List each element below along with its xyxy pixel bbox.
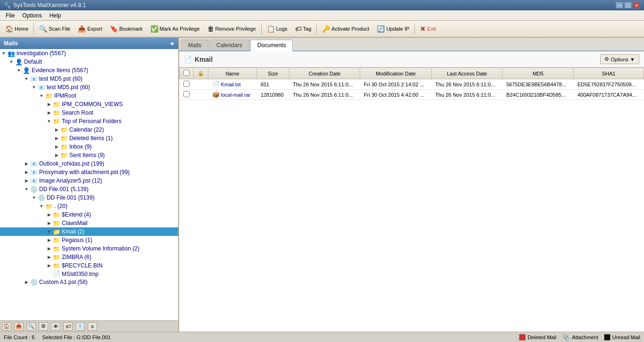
col-md5[interactable]: MD5 [503,68,574,79]
tree-item-evidence[interactable]: ▼👤Evidence Items (5567) [0,66,178,75]
col-name[interactable]: Name [208,68,257,79]
exit-button[interactable]: ✖ Exit [417,23,439,34]
tree-item-top-personal[interactable]: ▼📁Top of Personal Folders [0,117,178,125]
col-size[interactable]: Size [257,68,289,79]
tag-button[interactable]: 🏷 Tag [292,23,315,34]
maximize-button[interactable]: □ [624,2,632,8]
tree-expander[interactable]: ▼ [45,117,53,125]
bt-export[interactable]: 📤 [14,322,24,331]
row-checkbox-cell[interactable] [180,90,194,100]
tree-expander[interactable]: ▼ [23,75,30,83]
select-all-checkbox[interactable] [183,70,190,76]
tree-item-recycle-bin[interactable]: ▶📁$RECYCLE.BIN [0,261,178,270]
bookmark-button[interactable]: 🔖 Bookmark [107,23,146,34]
scan-file-button[interactable]: 🔍 Scan File [36,23,74,34]
activate-button[interactable]: 🔑 Activate Product [319,23,372,34]
tree-item-inbox[interactable]: ▶📁Inbox (9) [0,142,178,151]
tree-item-ipmroot[interactable]: ▼📁IPMRoot [0,92,178,100]
col-access-date[interactable]: Last Access Date [431,68,503,79]
tree-expander[interactable]: ▼ [30,194,38,201]
tab-documents[interactable]: Documents [250,40,293,51]
row-name-cell[interactable]: 📦local-mail.rar [208,90,257,100]
remove-privilege-button[interactable]: 🗑 Remove Privilege [204,23,259,34]
tree-item-system-volume[interactable]: ▶📁System Volume Information (2) [0,244,178,253]
col-modification-date[interactable]: Modification Date [360,68,431,79]
col-creation-date[interactable]: Creation Date [289,68,360,79]
menu-file[interactable]: File [2,11,18,20]
tree-expander[interactable]: ▶ [45,211,53,218]
logs-button[interactable]: 📋 Logs [264,23,291,34]
tree-expander[interactable]: ▶ [45,219,53,227]
tree-area[interactable]: ▼👥investigation (5567)▼👤Default▼👤Evidenc… [0,49,178,320]
close-button[interactable]: ✕ [633,2,640,8]
bt-search[interactable]: 🔍 [26,322,36,331]
row-checkbox[interactable] [183,81,190,87]
tree-item-dot-20[interactable]: ▼📁. (20) [0,202,178,210]
tree-expander[interactable]: ▶ [53,134,60,142]
tab-calendars[interactable]: Calendars [209,40,249,50]
row-checkbox[interactable] [183,91,190,97]
bt-mail[interactable]: 📧 [75,322,85,331]
bt-view[interactable]: 👁 [51,322,60,331]
file-table[interactable]: 🔒 Name Size Creation Date Modification D… [179,67,644,332]
menu-help[interactable]: Help [46,11,65,20]
tree-expander[interactable]: ▶ [45,109,53,117]
table-row[interactable]: 📄Kmail.txt 651 Thu 26 Nov 2015 6:11:0...… [180,79,644,90]
tree-expander[interactable]: ▶ [45,236,53,244]
tree-expander[interactable]: ▶ [23,177,30,184]
tree-expander[interactable]: ▶ [23,278,30,286]
collapse-button[interactable]: ◄ [169,40,174,47]
tree-item-dd-file[interactable]: ▼💿DD File.001 (5,139) [0,185,178,193]
tree-expander[interactable]: ▼ [38,92,45,100]
tree-expander[interactable]: ▼ [0,50,8,57]
home-button[interactable]: 🏠 Home [2,23,32,34]
mark-privilege-button[interactable]: ✅ Mark As Privilege [147,23,203,34]
tree-item-investigation[interactable]: ▼👥investigation (5567) [0,49,178,58]
bt-home[interactable]: 🏠 [2,322,11,331]
tree-expander[interactable]: ▶ [53,143,60,150]
tree-expander[interactable]: ▼ [38,202,45,210]
options-button[interactable]: ⚙ Options ▼ [600,54,639,64]
tree-item-pegasus[interactable]: ▶📁Pegasus (1) [0,236,178,244]
tree-expander[interactable]: ▼ [30,83,38,91]
tree-item-dd-file-2[interactable]: ▼💿DD File.001 (5139) [0,193,178,202]
minimize-button[interactable]: ─ [616,2,623,8]
tree-item-extend[interactable]: ▶📁$Extend (4) [0,210,178,219]
table-row[interactable]: 📦local-mail.rar 12810980 Thu 26 Nov 2015… [180,90,644,100]
tree-expander[interactable]: ▶ [23,168,30,176]
tree-item-sent[interactable]: ▶📁Sent Items (9) [0,151,178,159]
tree-item-proxymatry[interactable]: ▶📧Proxymatry with attachment.pst (99) [0,168,178,176]
tree-item-default[interactable]: ▼👤Default [0,58,178,66]
tree-item-deleted[interactable]: ▶📁Deleted Items (1) [0,134,178,142]
tree-item-clawsmail[interactable]: ▶📁ClawsMail [0,219,178,227]
tree-item-test-md5-2[interactable]: ▼📧test MD5.pst (60) [0,83,178,92]
tree-item-search-root[interactable]: ▶📁Search Root [0,108,178,117]
tree-expander[interactable]: ▶ [45,262,53,269]
tree-expander[interactable]: ▶ [45,245,53,252]
tree-item-kmail[interactable]: ▼📁Kmail (2) [0,227,178,236]
tree-expander[interactable]: ▶ [53,151,60,159]
tree-expander[interactable]: ▼ [15,67,23,74]
row-name-cell[interactable]: 📄Kmail.txt [208,79,257,90]
tab-mails[interactable]: Mails [181,40,208,50]
tree-expander[interactable]: ▼ [8,58,15,66]
col-sha1[interactable]: SHA1 [574,68,644,79]
tree-expander[interactable]: ▶ [23,160,30,167]
bt-tag[interactable]: 🏷 [63,322,73,331]
bt-settings[interactable]: ⚙ [39,322,48,331]
tree-expander[interactable]: ▶ [53,126,60,133]
tree-item-custom-a1[interactable]: ▶💿Custom A1.pst (58) [0,278,178,286]
menu-options[interactable]: Options [18,11,45,20]
tree-expander[interactable]: ▶ [45,100,53,108]
tree-item-calendar[interactable]: ▶📁Calendar (22) [0,125,178,134]
tree-expander[interactable]: ▼ [45,228,53,235]
update-ip-button[interactable]: 🔄 Update IP [373,23,413,34]
export-button[interactable]: 📤 Export [74,23,106,34]
tree-item-ipm-common[interactable]: ▶📁IPM_COMMON_VIEWS [0,100,178,108]
tree-item-msid[interactable]: 📄MSId0350.tmp [0,270,178,278]
tree-item-outlook-rohidas[interactable]: ▶📧Outlook_rohidas.pst (199) [0,159,178,168]
tree-expander[interactable]: ▼ [23,185,30,193]
tree-expander[interactable]: ▶ [45,253,53,261]
tree-item-test-md5[interactable]: ▼📧test MD5.pst (60) [0,75,178,83]
tree-item-zimbra[interactable]: ▶📁ZIMBRA (6) [0,253,178,261]
